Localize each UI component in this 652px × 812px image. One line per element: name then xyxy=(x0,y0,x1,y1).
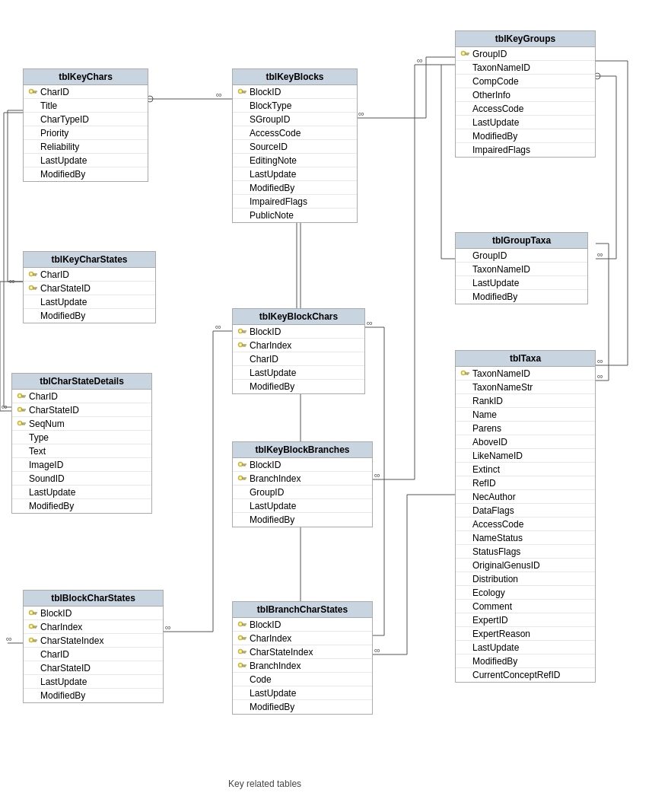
svg-rect-71 xyxy=(35,288,37,290)
field-name: NameStatus xyxy=(472,533,523,543)
table-row: ModifiedBy xyxy=(233,380,364,393)
table-tblcharstatedetails: tblCharStateDetails CharID CharStateID S… xyxy=(11,373,152,514)
field-name: SeqNum xyxy=(29,419,65,429)
svg-point-114 xyxy=(240,343,242,345)
field-name: BranchIndex xyxy=(250,661,301,671)
field-name: CharID xyxy=(40,87,69,97)
field-name: ExpertID xyxy=(472,615,508,626)
table-row: ExpertID xyxy=(456,613,595,627)
svg-rect-117 xyxy=(243,345,244,346)
table-header-tblkeyblocks: tblKeyBlocks xyxy=(233,69,357,85)
table-row: Code xyxy=(233,673,372,686)
svg-rect-107 xyxy=(243,92,244,93)
field-name: CurrentConceptRefID xyxy=(472,670,560,680)
field-name: ImageID xyxy=(29,460,63,470)
svg-point-99 xyxy=(30,638,33,641)
table-row: Extinct xyxy=(456,463,595,476)
field-name: LastUpdate xyxy=(29,487,75,498)
field-name: Type xyxy=(29,432,49,443)
svg-point-154 xyxy=(463,371,465,374)
svg-text:∞: ∞ xyxy=(358,109,364,118)
field-name: CharStateID xyxy=(40,283,91,294)
table-row: SGroupID xyxy=(233,113,357,126)
svg-point-109 xyxy=(240,330,242,332)
svg-rect-102 xyxy=(33,641,35,642)
field-name: AccessCode xyxy=(250,128,301,139)
field-name: BlockID xyxy=(40,608,72,619)
table-row: Priority xyxy=(24,126,148,140)
key-icon xyxy=(28,623,37,632)
field-name: LastUpdate xyxy=(472,278,519,288)
field-name: ImpairedFlags xyxy=(250,196,307,207)
svg-point-69 xyxy=(30,286,33,288)
field-name: SourceID xyxy=(250,142,288,152)
table-row: CharStateID xyxy=(24,661,163,675)
svg-text:∞: ∞ xyxy=(9,276,15,285)
svg-rect-141 xyxy=(244,652,246,654)
field-name: Extinct xyxy=(472,464,500,475)
svg-rect-81 xyxy=(24,410,25,412)
field-name: OriginalGenusID xyxy=(472,560,540,571)
field-name: CharStateID xyxy=(29,405,79,416)
table-row: BlockType xyxy=(233,99,357,113)
table-row: BranchIndex xyxy=(233,472,372,486)
svg-rect-156 xyxy=(467,374,469,375)
field-name: ModifiedBy xyxy=(250,702,294,712)
table-row: LastUpdate xyxy=(456,641,595,654)
table-row: Type xyxy=(12,431,151,444)
field-name: LastUpdate xyxy=(250,501,296,511)
diagram-container: ∞ ∞ ∞ ∞ ∞ ∞ xyxy=(0,0,652,812)
table-row: LastUpdate xyxy=(456,276,587,290)
svg-rect-91 xyxy=(35,613,37,615)
field-name: TaxonNameID xyxy=(472,264,530,275)
svg-rect-132 xyxy=(243,625,244,626)
table-row: ModifiedBy xyxy=(233,700,372,714)
svg-rect-87 xyxy=(22,424,24,425)
table-header-tblcharstatedetails: tblCharStateDetails xyxy=(12,374,151,390)
svg-text:∞: ∞ xyxy=(597,371,603,381)
table-tblkeyblockchars: tblKeyBlockChars BlockID CharIndexCharID… xyxy=(232,308,365,394)
field-name: BlockID xyxy=(250,87,281,97)
table-row: CurrentConceptRefID xyxy=(456,668,595,682)
table-row: LastUpdate xyxy=(24,295,155,309)
svg-text:∞: ∞ xyxy=(374,470,380,479)
footnote: Key related tables xyxy=(228,779,301,789)
table-row: SeqNum xyxy=(12,417,151,431)
field-name: BlockID xyxy=(250,326,281,337)
key-icon xyxy=(28,270,37,279)
table-header-tblkeychars: tblKeyChars xyxy=(24,69,148,85)
field-name: ModifiedBy xyxy=(250,183,294,193)
table-row: CharStateIndex xyxy=(233,645,372,659)
key-icon xyxy=(237,661,246,670)
field-name: TaxonNameStr xyxy=(472,382,533,393)
table-row: CharID xyxy=(24,648,163,661)
field-name: ModifiedBy xyxy=(472,291,517,302)
field-name: RefID xyxy=(472,478,496,489)
svg-rect-127 xyxy=(243,479,244,479)
svg-rect-116 xyxy=(244,345,246,347)
table-tblkeycharstates: tblKeyCharStates CharID CharStateIDLastU… xyxy=(23,251,156,323)
field-name: LastUpdate xyxy=(472,117,519,128)
table-row: OriginalGenusID xyxy=(456,559,595,572)
table-header-tblkeyblockbranches: tblKeyBlockBranches xyxy=(233,442,372,458)
table-row: CharID xyxy=(24,85,148,99)
svg-rect-142 xyxy=(243,652,244,653)
svg-rect-121 xyxy=(244,465,246,467)
table-row: TaxonNameID xyxy=(456,367,595,381)
table-row: ModifiedBy xyxy=(24,689,163,702)
table-tblgrouptaxa: tblGroupTaxaGroupIDTaxonNameIDLastUpdate… xyxy=(455,232,588,304)
svg-rect-86 xyxy=(24,424,25,425)
field-name: Comment xyxy=(472,601,512,612)
key-icon xyxy=(460,369,469,378)
field-name: Name xyxy=(472,409,497,420)
table-tblkeyblocks: tblKeyBlocks BlockIDBlockTypeSGroupIDAcc… xyxy=(232,68,358,223)
field-name: ModifiedBy xyxy=(250,381,294,392)
table-tblbranchcharstates: tblBranchCharStates BlockID CharIndex Ch… xyxy=(232,601,373,715)
field-name: TaxonNameID xyxy=(472,368,530,379)
table-row: NecAuthor xyxy=(456,490,595,504)
svg-text:∞: ∞ xyxy=(6,634,12,643)
field-name: RankID xyxy=(472,396,503,406)
svg-rect-106 xyxy=(244,92,246,94)
table-row: ModifiedBy xyxy=(24,309,155,323)
svg-rect-72 xyxy=(33,288,35,289)
